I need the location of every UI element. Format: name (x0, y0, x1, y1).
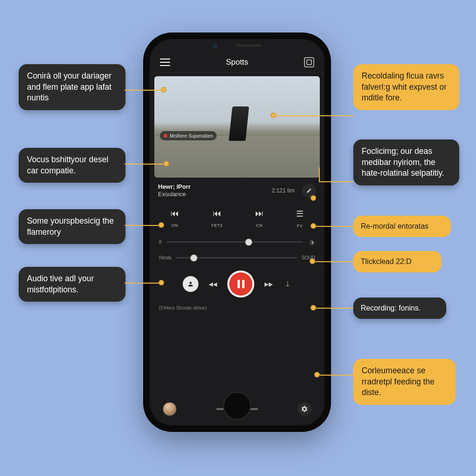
notch-bar (150, 39, 324, 52)
footer-caption: (©Here Shoote olmor) (150, 302, 324, 313)
home-button[interactable] (223, 392, 251, 420)
connector-r1 (274, 115, 353, 116)
app-title: Spotts (226, 58, 248, 67)
dot-r2 (311, 195, 316, 201)
dot-r4 (310, 258, 315, 264)
clip-title-row: Hewr; lPorr Exsulance 2:121 tim (150, 178, 324, 201)
menu-icon[interactable] (160, 59, 170, 66)
skip-prev-alt-icon: ⏮ (212, 209, 223, 218)
callout-l2: Vocus bshittyour desel car compatie. (19, 148, 126, 183)
callout-r1: Recoldaling ficua ravrs falverl:g whit e… (353, 64, 459, 110)
audio-slider-thumb[interactable] (191, 255, 197, 261)
record-pause-button[interactable] (227, 271, 254, 298)
user-avatar[interactable] (163, 402, 177, 416)
callout-r2: Foclicimg; our deas medibar nyiriom, the… (353, 139, 459, 185)
aperture-icon: ◑ (308, 238, 315, 246)
slider1-left-label: 8 (159, 239, 162, 245)
filter-icon: ☰ (296, 209, 304, 219)
dot-r1 (271, 112, 276, 118)
settings-button[interactable] (298, 402, 311, 416)
skip-next-icon: ⏭ (255, 209, 264, 218)
clip-subtitle: Exsulance (158, 191, 191, 198)
skip-prev-icon: ⏮ (171, 209, 179, 218)
callout-l1: Conirà oll your dariager and flem plate … (19, 64, 126, 110)
pencil-icon (306, 188, 312, 193)
rewind-button[interactable]: ◂◂ (209, 279, 217, 289)
connector-l2 (125, 164, 165, 165)
mode-fet2[interactable]: ⏮ FET2 (212, 209, 223, 229)
dot-l2 (164, 161, 169, 166)
callout-l3: Some yourspbesicig the flamerory (19, 209, 126, 244)
download-icon[interactable]: ⤓ (283, 280, 291, 288)
mode-cn[interactable]: ⏭ CN (255, 209, 264, 229)
slider2-left-label: lVests (159, 255, 172, 260)
connector-l3 (125, 225, 159, 226)
clip-time: 2:121 tim (272, 187, 295, 194)
exposure-slider-row: 8 ◑ (150, 233, 324, 248)
camera-viewfinder[interactable]: Mnifiere Supenatien (154, 76, 320, 178)
dot-r3 (311, 223, 316, 229)
connector-r2b (319, 167, 320, 182)
dot-r5 (311, 305, 316, 311)
dot-l4 (159, 280, 164, 285)
phone-screen: Spotts Mnifiere Supenatien Hewr; lPorr E… (150, 39, 324, 425)
viewfinder-mode-badge: Mnifiere Supenatien (160, 131, 217, 140)
callout-r6: Corleumeeace se rradretpl feeding the di… (353, 359, 456, 405)
person-icon (187, 281, 194, 287)
front-camera-icon (213, 43, 218, 48)
callout-r5: Recording: fonins. (353, 298, 446, 319)
exposure-slider-thumb[interactable] (245, 239, 252, 245)
connector-r6 (320, 375, 353, 376)
connector-l4 (125, 283, 159, 284)
exposure-slider[interactable] (166, 241, 303, 243)
phone-device: Spotts Mnifiere Supenatien Hewr; lPorr E… (144, 33, 330, 431)
speaker-grille (236, 44, 262, 47)
audio-slider-row: lVests SOUD (150, 248, 324, 262)
gallery-icon[interactable] (304, 57, 314, 67)
callout-r3: Re-mordal entoratas (353, 216, 451, 237)
pause-icon (238, 280, 245, 288)
transport-controls: ◂◂ ▸▸ ⤓ (150, 262, 324, 302)
connector-r2a (320, 181, 353, 182)
mode-row: ⏮ ON ⏮ FET2 ⏭ CN ☰ FV (150, 201, 324, 233)
dot-l1 (161, 87, 166, 93)
forward-button[interactable]: ▸▸ (264, 279, 273, 289)
clip-title: Hewr; lPorr (158, 183, 191, 191)
app-header: Spotts (150, 52, 324, 73)
connector-r5 (316, 308, 353, 309)
dot-l3 (159, 222, 164, 228)
connector-r3 (315, 226, 353, 227)
subject-placeholder (229, 106, 249, 141)
gear-icon (301, 405, 308, 413)
callout-l4: Audio tive adl your mistfotlpitions. (19, 267, 126, 302)
mode-prev[interactable]: ⏮ ON (171, 209, 179, 229)
callout-r4: Tlickclead 22:D (353, 251, 442, 272)
connector-l1 (125, 90, 162, 91)
mode-fv[interactable]: ☰ FV (296, 209, 304, 229)
audio-slider[interactable] (176, 257, 297, 258)
dot-r6 (314, 372, 320, 377)
profile-mini-button[interactable] (183, 276, 198, 292)
connector-r4 (314, 261, 353, 262)
